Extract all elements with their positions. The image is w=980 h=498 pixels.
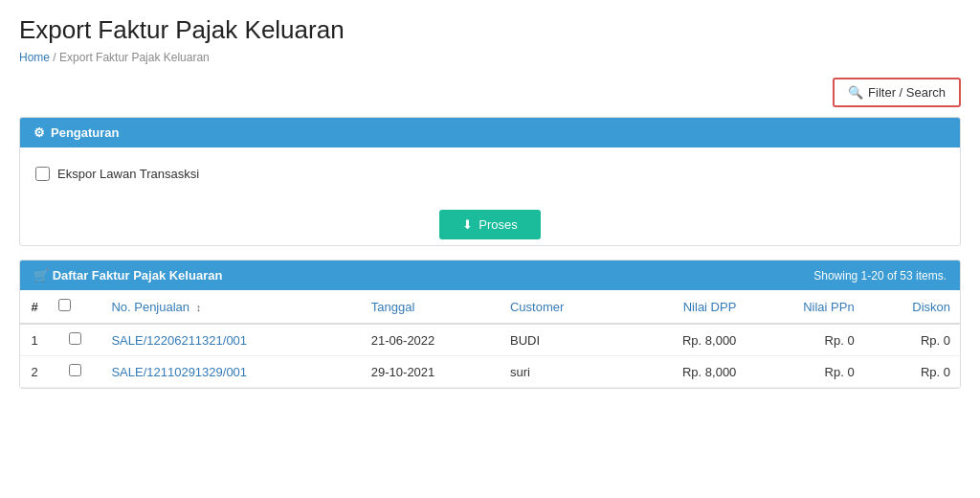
ekspor-lawan-row: Ekspor Lawan Transasksi [35, 161, 945, 187]
faktur-table: # No. Penjualan ↕ Tanggal Customer Nilai… [20, 290, 960, 388]
cell-no-penjualan: SALE/12206211321/001 [101, 324, 361, 356]
ekspor-lawan-checkbox[interactable] [35, 167, 50, 181]
pengaturan-section: ⚙ Pengaturan Ekspor Lawan Transasksi ⬇ P… [19, 117, 961, 246]
table-row: 1 SALE/12206211321/001 21-06-2022 BUDI R… [20, 324, 960, 356]
top-toolbar: 🔍 Filter / Search [19, 78, 961, 107]
col-nilai-ppn: Nilai PPn [746, 290, 863, 324]
col-tanggal: Tanggal [362, 290, 501, 324]
pengaturan-label: Pengaturan [51, 125, 120, 140]
showing-text: Showing 1-20 of 53 items. [813, 269, 947, 283]
daftar-header: 🛒 Daftar Faktur Pajak Keluaran Showing 1… [20, 260, 960, 290]
col-check [49, 290, 101, 324]
cell-check[interactable] [49, 356, 101, 388]
col-nilai-dpp: Nilai DPP [623, 290, 746, 324]
cell-no: 2 [20, 356, 49, 388]
cell-diskon: Rp. 0 [864, 356, 960, 388]
cell-nilai-dpp: Rp. 8,000 [623, 356, 746, 388]
cell-nilai-ppn: Rp. 0 [746, 324, 863, 356]
search-icon: 🔍 [848, 85, 863, 100]
gear-icon: ⚙ [33, 125, 45, 140]
breadcrumb-home[interactable]: Home [19, 51, 50, 64]
no-penjualan-link[interactable]: SALE/12206211321/001 [111, 333, 247, 348]
cell-customer: suri [501, 356, 623, 388]
proses-button[interactable]: ⬇ Proses [439, 210, 540, 239]
cell-check[interactable] [49, 324, 101, 356]
sort-icon: ↕ [196, 302, 202, 313]
row-checkbox-1[interactable] [69, 332, 81, 345]
table-body: 1 SALE/12206211321/001 21-06-2022 BUDI R… [20, 324, 960, 388]
table-header-row: # No. Penjualan ↕ Tanggal Customer Nilai… [20, 290, 960, 324]
cell-customer: BUDI [501, 324, 623, 356]
table-row: 2 SALE/12110291329/001 29-10-2021 suri R… [20, 356, 960, 388]
no-penjualan-link[interactable]: SALE/12110291329/001 [111, 365, 247, 379]
col-customer: Customer [501, 290, 623, 324]
cell-no: 1 [20, 324, 49, 356]
ekspor-lawan-label: Ekspor Lawan Transasksi [57, 167, 199, 181]
proses-label: Proses [479, 217, 517, 232]
row-checkbox-2[interactable] [69, 364, 81, 376]
cell-nilai-dpp: Rp. 8,000 [623, 324, 746, 356]
pengaturan-body: Ekspor Lawan Transasksi [20, 147, 960, 200]
cart-icon: 🛒 [33, 268, 49, 283]
cell-diskon: Rp. 0 [864, 324, 960, 356]
col-diskon: Diskon [864, 290, 960, 324]
download-icon: ⬇ [462, 217, 473, 232]
cell-no-penjualan: SALE/12110291329/001 [101, 356, 361, 388]
page-title: Export Faktur Pajak Keluaran [19, 15, 961, 45]
breadcrumb: Home / Export Faktur Pajak Keluaran [19, 51, 961, 64]
select-all-checkbox[interactable] [58, 299, 71, 311]
cell-tanggal: 29-10-2021 [362, 356, 501, 388]
proses-row: ⬇ Proses [20, 200, 960, 245]
filter-search-button[interactable]: 🔍 Filter / Search [833, 78, 961, 107]
daftar-section: 🛒 Daftar Faktur Pajak Keluaran Showing 1… [19, 260, 961, 389]
breadcrumb-current: Export Faktur Pajak Keluaran [59, 51, 210, 64]
col-no: # [20, 290, 49, 324]
col-no-penjualan: No. Penjualan ↕ [101, 290, 361, 324]
cell-tanggal: 21-06-2022 [362, 324, 501, 356]
pengaturan-header: ⚙ Pengaturan [20, 118, 960, 147]
cell-nilai-ppn: Rp. 0 [746, 356, 863, 388]
daftar-label: 🛒 Daftar Faktur Pajak Keluaran [33, 268, 222, 283]
filter-search-label: Filter / Search [868, 85, 946, 100]
